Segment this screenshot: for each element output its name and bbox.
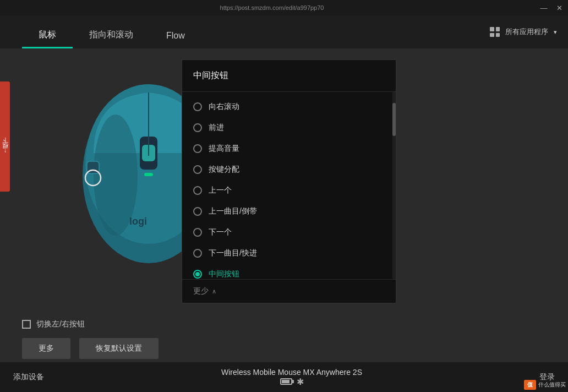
watermark-text: 什么值得买 (538, 381, 566, 389)
swap-buttons-row: 切换左/右按钮 (22, 319, 159, 329)
tab-flow[interactable]: Flow (150, 31, 201, 48)
list-item[interactable]: 提高音量 (182, 138, 396, 159)
radio-next[interactable] (193, 228, 202, 237)
list-item[interactable]: 前进 (182, 117, 396, 138)
list-item[interactable]: 中间按钮 (182, 264, 396, 279)
tab-pointer[interactable]: 指向和滚动 (73, 29, 150, 48)
radio-scroll-right[interactable] (193, 102, 202, 111)
radio-middle-btn[interactable] (193, 270, 202, 279)
left-sidebar-bar: 模←下 (0, 81, 10, 192)
connection-icon: ✱ (297, 377, 304, 387)
minimize-button[interactable]: — (539, 4, 548, 12)
svg-text:logi: logi (129, 216, 147, 227)
chevron-down-icon[interactable]: ▾ (554, 29, 557, 36)
list-item[interactable]: 下一个 (182, 222, 396, 243)
left-bar-text: 模←下 (1, 148, 9, 154)
list-item[interactable]: 上一曲目/倒带 (182, 201, 396, 222)
list-item[interactable]: 向右滚动 (182, 96, 396, 117)
radio-key-assign[interactable] (193, 165, 202, 174)
item-label-key-assign: 按键分配 (209, 165, 239, 175)
swap-buttons-label: 切换左/右按钮 (36, 319, 85, 329)
device-info-area: Wireless Mobile Mouse MX Anywhere 2S ✱ (44, 368, 539, 387)
status-icons: ✱ (44, 377, 539, 387)
scrollbar-thumb[interactable] (392, 103, 396, 136)
url-bar: https://post.smzdm.com/edit/a997pp70 (4, 4, 539, 11)
battery-icon (280, 378, 292, 385)
grid-icon[interactable] (490, 27, 500, 37)
status-bar: 添加设备 Wireless Mobile Mouse MX Anywhere 2… (0, 362, 568, 392)
item-label-prev: 上一个 (209, 186, 232, 195)
list-item[interactable]: 下一曲目/快进 (182, 243, 396, 264)
action-buttons-row: 更多 恢复默认设置 (22, 338, 159, 359)
close-button[interactable]: ✕ (555, 4, 564, 12)
dropdown-list: 向右滚动 前进 提高音量 按键分配 上一个 (182, 92, 396, 279)
svg-rect-5 (144, 173, 153, 176)
watermark-badge: 值 (524, 380, 536, 390)
chevron-up-icon: ∧ (212, 288, 216, 295)
bottom-controls: 切换左/右按钮 更多 恢复默认设置 (22, 319, 159, 359)
watermark: 值 什么值得买 (524, 380, 566, 390)
item-label-scroll-right: 向右滚动 (209, 102, 239, 112)
radio-prev-track[interactable] (193, 207, 202, 216)
radio-prev[interactable] (193, 186, 202, 195)
add-device-button[interactable]: 添加设备 (13, 372, 44, 382)
scrollbar[interactable] (392, 92, 396, 279)
footer-less-text: 更少 (193, 286, 209, 296)
item-label-vol-up: 提高音量 (209, 144, 239, 154)
item-label-forward: 前进 (209, 123, 224, 133)
dropdown-footer[interactable]: 更少 ∧ (182, 279, 396, 303)
app-container: 鼠标 指向和滚动 Flow 所有应用程序 ▾ 模←下 (0, 15, 568, 392)
radio-next-track[interactable] (193, 249, 202, 258)
title-bar: https://post.smzdm.com/edit/a997pp70 — ✕ (0, 0, 568, 15)
list-item[interactable]: 上一个 (182, 180, 396, 201)
item-label-next: 下一个 (209, 227, 232, 237)
dropdown-modal: 中间按钮 向右滚动 前进 提高音量 按键分配 (182, 59, 396, 303)
tab-bar: 鼠标 指向和滚动 Flow 所有应用程序 ▾ (0, 15, 568, 48)
device-name-label: Wireless Mobile Mouse MX Anywhere 2S (44, 368, 539, 377)
list-item[interactable]: 按键分配 (182, 159, 396, 180)
radio-forward[interactable] (193, 123, 202, 132)
main-content: 模←下 (0, 48, 568, 392)
item-label-next-track: 下一曲目/快进 (209, 248, 257, 258)
top-right-area: 所有应用程序 ▾ (490, 15, 557, 48)
item-label-prev-track: 上一曲目/倒带 (209, 206, 257, 216)
radio-vol-up[interactable] (193, 144, 202, 153)
dropdown-title: 中间按钮 (182, 60, 396, 92)
swap-buttons-checkbox[interactable] (22, 320, 31, 329)
more-button[interactable]: 更多 (22, 338, 70, 359)
all-apps-label[interactable]: 所有应用程序 (505, 27, 548, 37)
reset-button[interactable]: 恢复默认设置 (79, 338, 159, 359)
item-label-middle-btn: 中间按钮 (209, 269, 239, 279)
battery-fill (282, 380, 290, 383)
window-controls: — ✕ (539, 4, 564, 12)
tab-mouse[interactable]: 鼠标 (22, 29, 73, 48)
